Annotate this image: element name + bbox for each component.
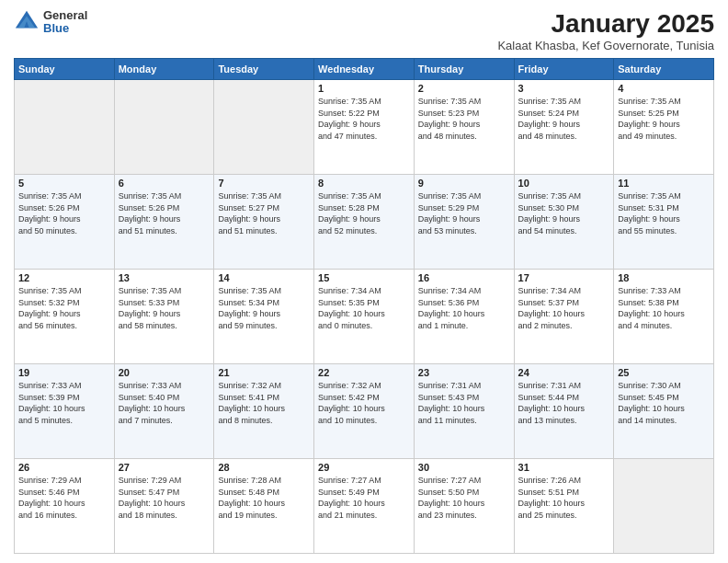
- day-number: 13: [119, 272, 210, 283]
- day-info: Sunrise: 7:30 AM Sunset: 5:45 PM Dayligh…: [618, 380, 710, 426]
- day-info: Sunrise: 7:27 AM Sunset: 5:49 PM Dayligh…: [318, 475, 410, 521]
- day-cell: [114, 80, 214, 175]
- header-cell-monday: Monday: [114, 59, 214, 80]
- day-cell: 29Sunrise: 7:27 AM Sunset: 5:49 PM Dayli…: [314, 459, 415, 554]
- day-number: 9: [418, 178, 510, 189]
- day-cell: [15, 80, 115, 175]
- day-cell: 15Sunrise: 7:34 AM Sunset: 5:35 PM Dayli…: [314, 270, 415, 364]
- day-cell: 28Sunrise: 7:28 AM Sunset: 5:48 PM Dayli…: [214, 459, 314, 554]
- header-cell-friday: Friday: [514, 59, 614, 80]
- day-number: 14: [218, 272, 310, 283]
- header-cell-thursday: Thursday: [414, 59, 514, 80]
- day-number: 29: [318, 462, 410, 473]
- day-info: Sunrise: 7:35 AM Sunset: 5:27 PM Dayligh…: [218, 190, 310, 236]
- day-info: Sunrise: 7:26 AM Sunset: 5:51 PM Dayligh…: [518, 475, 610, 521]
- day-cell: 17Sunrise: 7:34 AM Sunset: 5:37 PM Dayli…: [514, 270, 614, 364]
- day-info: Sunrise: 7:35 AM Sunset: 5:23 PM Dayligh…: [418, 96, 510, 142]
- day-cell: 19Sunrise: 7:33 AM Sunset: 5:39 PM Dayli…: [15, 364, 115, 459]
- day-info: Sunrise: 7:33 AM Sunset: 5:40 PM Dayligh…: [119, 380, 210, 426]
- day-info: Sunrise: 7:33 AM Sunset: 5:38 PM Dayligh…: [618, 285, 710, 331]
- week-row-3: 12Sunrise: 7:35 AM Sunset: 5:32 PM Dayli…: [15, 270, 714, 364]
- day-number: 28: [218, 462, 310, 473]
- day-info: Sunrise: 7:33 AM Sunset: 5:39 PM Dayligh…: [18, 380, 110, 426]
- day-info: Sunrise: 7:29 AM Sunset: 5:46 PM Dayligh…: [18, 475, 110, 521]
- day-cell: 21Sunrise: 7:32 AM Sunset: 5:41 PM Dayli…: [214, 364, 314, 459]
- day-info: Sunrise: 7:31 AM Sunset: 5:43 PM Dayligh…: [418, 380, 510, 426]
- day-number: 17: [518, 272, 610, 283]
- day-info: Sunrise: 7:31 AM Sunset: 5:44 PM Dayligh…: [518, 380, 610, 426]
- day-cell: 8Sunrise: 7:35 AM Sunset: 5:28 PM Daylig…: [314, 175, 415, 270]
- day-info: Sunrise: 7:35 AM Sunset: 5:31 PM Dayligh…: [618, 190, 710, 236]
- day-cell: 14Sunrise: 7:35 AM Sunset: 5:34 PM Dayli…: [214, 270, 314, 364]
- day-number: 27: [119, 462, 210, 473]
- day-cell: 6Sunrise: 7:35 AM Sunset: 5:26 PM Daylig…: [114, 175, 214, 270]
- day-number: 26: [18, 462, 110, 473]
- day-number: 30: [418, 462, 510, 473]
- day-info: Sunrise: 7:35 AM Sunset: 5:30 PM Dayligh…: [518, 190, 610, 236]
- day-cell: 16Sunrise: 7:34 AM Sunset: 5:36 PM Dayli…: [414, 270, 514, 364]
- week-row-1: 1Sunrise: 7:35 AM Sunset: 5:22 PM Daylig…: [15, 80, 714, 175]
- day-cell: 26Sunrise: 7:29 AM Sunset: 5:46 PM Dayli…: [15, 459, 115, 554]
- header-cell-saturday: Saturday: [614, 59, 714, 80]
- day-number: 6: [119, 178, 210, 189]
- header-cell-tuesday: Tuesday: [214, 59, 314, 80]
- day-info: Sunrise: 7:35 AM Sunset: 5:32 PM Dayligh…: [18, 285, 110, 331]
- day-number: 16: [418, 272, 510, 283]
- week-row-2: 5Sunrise: 7:35 AM Sunset: 5:26 PM Daylig…: [15, 175, 714, 270]
- day-info: Sunrise: 7:29 AM Sunset: 5:47 PM Dayligh…: [119, 475, 210, 521]
- header-cell-wednesday: Wednesday: [314, 59, 415, 80]
- week-row-5: 26Sunrise: 7:29 AM Sunset: 5:46 PM Dayli…: [15, 459, 714, 554]
- day-number: 4: [618, 83, 710, 94]
- day-number: 10: [518, 178, 610, 189]
- day-cell: 20Sunrise: 7:33 AM Sunset: 5:40 PM Dayli…: [114, 364, 214, 459]
- day-cell: 5Sunrise: 7:35 AM Sunset: 5:26 PM Daylig…: [15, 175, 115, 270]
- day-info: Sunrise: 7:35 AM Sunset: 5:26 PM Dayligh…: [119, 190, 210, 236]
- day-cell: 10Sunrise: 7:35 AM Sunset: 5:30 PM Dayli…: [514, 175, 614, 270]
- header: General Blue January 2025 Kalaat Khasba,…: [14, 9, 714, 52]
- logo-icon: [14, 9, 40, 35]
- day-info: Sunrise: 7:28 AM Sunset: 5:48 PM Dayligh…: [218, 475, 310, 521]
- day-cell: 1Sunrise: 7:35 AM Sunset: 5:22 PM Daylig…: [314, 80, 415, 175]
- day-info: Sunrise: 7:32 AM Sunset: 5:41 PM Dayligh…: [218, 380, 310, 426]
- day-number: 5: [18, 178, 110, 189]
- day-number: 19: [18, 367, 110, 378]
- day-info: Sunrise: 7:27 AM Sunset: 5:50 PM Dayligh…: [418, 475, 510, 521]
- day-info: Sunrise: 7:34 AM Sunset: 5:36 PM Dayligh…: [418, 285, 510, 331]
- day-number: 24: [518, 367, 610, 378]
- day-number: 23: [418, 367, 510, 378]
- day-info: Sunrise: 7:35 AM Sunset: 5:28 PM Dayligh…: [318, 190, 410, 236]
- day-cell: 31Sunrise: 7:26 AM Sunset: 5:51 PM Dayli…: [514, 459, 614, 554]
- day-info: Sunrise: 7:32 AM Sunset: 5:42 PM Dayligh…: [318, 380, 410, 426]
- day-number: 25: [618, 367, 710, 378]
- header-cell-sunday: Sunday: [15, 59, 115, 80]
- day-number: 1: [318, 83, 410, 94]
- day-info: Sunrise: 7:35 AM Sunset: 5:24 PM Dayligh…: [518, 96, 610, 142]
- day-info: Sunrise: 7:34 AM Sunset: 5:35 PM Dayligh…: [318, 285, 410, 331]
- day-cell: 25Sunrise: 7:30 AM Sunset: 5:45 PM Dayli…: [614, 364, 714, 459]
- day-cell: 24Sunrise: 7:31 AM Sunset: 5:44 PM Dayli…: [514, 364, 614, 459]
- day-number: 8: [318, 178, 410, 189]
- day-cell: 4Sunrise: 7:35 AM Sunset: 5:25 PM Daylig…: [614, 80, 714, 175]
- day-cell: 30Sunrise: 7:27 AM Sunset: 5:50 PM Dayli…: [414, 459, 514, 554]
- day-info: Sunrise: 7:35 AM Sunset: 5:26 PM Dayligh…: [18, 190, 110, 236]
- subtitle: Kalaat Khasba, Kef Governorate, Tunisia: [497, 39, 714, 52]
- day-cell: 7Sunrise: 7:35 AM Sunset: 5:27 PM Daylig…: [214, 175, 314, 270]
- day-number: 21: [218, 367, 310, 378]
- day-number: 2: [418, 83, 510, 94]
- day-number: 18: [618, 272, 710, 283]
- calendar-table: SundayMondayTuesdayWednesdayThursdayFrid…: [14, 58, 714, 554]
- day-info: Sunrise: 7:35 AM Sunset: 5:25 PM Dayligh…: [618, 96, 710, 142]
- day-number: 12: [18, 272, 110, 283]
- day-info: Sunrise: 7:35 AM Sunset: 5:22 PM Dayligh…: [318, 96, 410, 142]
- main-title: January 2025: [497, 9, 714, 39]
- day-cell: [614, 459, 714, 554]
- header-row: SundayMondayTuesdayWednesdayThursdayFrid…: [15, 59, 714, 80]
- day-number: 3: [518, 83, 610, 94]
- day-cell: 12Sunrise: 7:35 AM Sunset: 5:32 PM Dayli…: [15, 270, 115, 364]
- day-cell: 11Sunrise: 7:35 AM Sunset: 5:31 PM Dayli…: [614, 175, 714, 270]
- day-number: 20: [119, 367, 210, 378]
- day-number: 22: [318, 367, 410, 378]
- week-row-4: 19Sunrise: 7:33 AM Sunset: 5:39 PM Dayli…: [15, 364, 714, 459]
- title-block: January 2025 Kalaat Khasba, Kef Governor…: [497, 9, 714, 52]
- day-cell: 9Sunrise: 7:35 AM Sunset: 5:29 PM Daylig…: [414, 175, 514, 270]
